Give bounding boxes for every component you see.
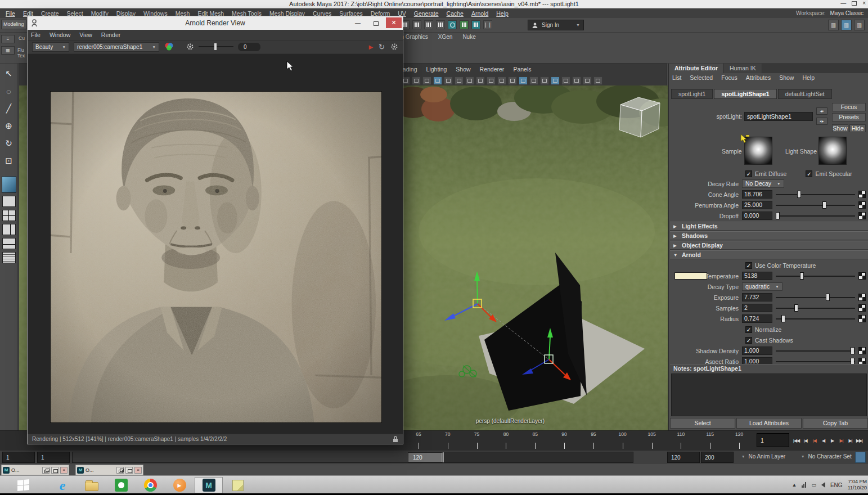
field-penumbra-angle[interactable]: 25.000 [742, 201, 772, 209]
refresh-icon[interactable]: ↻ [379, 43, 385, 51]
current-frame-field[interactable]: 1 [757, 433, 789, 447]
safe-title-icon[interactable] [497, 76, 506, 85]
slider-handle[interactable] [794, 304, 798, 312]
dropdown-decay-rate[interactable]: No Decay▼ [742, 179, 784, 188]
field-temperature[interactable]: 5138 [742, 272, 772, 280]
section-light-effects[interactable]: ▶Light Effects [670, 222, 868, 231]
viewport-menu-show[interactable]: Show [456, 66, 470, 73]
move-tool-icon[interactable]: ⊕ [2, 119, 16, 133]
restore-icon[interactable] [42, 467, 50, 474]
workspace-selector[interactable]: Maya Classic [830, 10, 863, 16]
texture-map-icon[interactable] [858, 294, 866, 301]
checkbox-emit-specular[interactable]: ✓ [806, 170, 812, 177]
ipr-render-icon[interactable] [412, 20, 421, 29]
texture-map-icon[interactable] [858, 315, 866, 322]
settings-gear-icon[interactable] [390, 43, 398, 51]
color-swatch[interactable] [674, 272, 707, 280]
play-backwards-button[interactable]: ◀ [819, 434, 827, 447]
menu-set-selector[interactable]: Modeling [1, 20, 27, 29]
four-pane-layout-icon[interactable] [2, 210, 16, 221]
channel-box-toggle-icon[interactable]: ▥ [854, 20, 865, 30]
select-tool-icon[interactable]: ↖ [2, 66, 16, 81]
timeline-tick-90[interactable]: 90 [550, 431, 579, 450]
ae-menu-attributes[interactable]: Attributes [746, 74, 771, 81]
rotate-tool-icon[interactable]: ↻ [2, 136, 16, 151]
shelf-menu-icon[interactable]: ≡ [1, 35, 15, 43]
viewport-shaded-icon[interactable] [422, 76, 431, 85]
debug-shading-gear-icon[interactable] [186, 43, 194, 51]
shelf-tab-nuke[interactable]: Nuke [462, 34, 475, 40]
slider-aspect-ratio[interactable] [776, 357, 855, 364]
minimized-window-2[interactable]: MO...× [75, 465, 143, 475]
slider-dropoff[interactable] [776, 212, 855, 220]
shelf-edit-icon[interactable]: ▦ [1, 46, 15, 55]
resolution-gate-icon[interactable] [455, 76, 464, 85]
hide-button[interactable]: Hide [849, 124, 866, 132]
animation-end-field[interactable]: 200 [701, 452, 734, 463]
viewport-wireframe-icon[interactable] [412, 76, 421, 85]
texture-map-icon[interactable] [858, 347, 866, 354]
rgb-channels-icon[interactable] [164, 42, 174, 51]
ssao-icon[interactable] [529, 76, 538, 85]
close-icon[interactable]: ✕ [386, 17, 402, 28]
viewport-menu-lighting[interactable]: Lighting [426, 66, 447, 73]
field-exposure[interactable]: 7.732 [742, 293, 772, 302]
taskbar-maya[interactable]: M [195, 477, 223, 493]
menu-cache[interactable]: Cache [443, 10, 467, 17]
timeline-tick-110[interactable]: 110 [666, 431, 695, 450]
gate-mask-icon[interactable] [465, 76, 474, 85]
restore-icon[interactable] [116, 467, 124, 474]
field-radius[interactable]: 0.724 [742, 314, 772, 323]
texture-map-icon[interactable] [858, 191, 866, 198]
timeline-tick-80[interactable]: 80 [491, 431, 520, 450]
paint-select-tool-icon[interactable]: ╱ [2, 101, 16, 116]
minimize-icon[interactable]: — [350, 17, 366, 28]
speaker-icon[interactable] [821, 482, 825, 488]
render-view-menu-view[interactable]: View [79, 32, 92, 38]
debug-slider[interactable] [199, 46, 233, 47]
slider-penumbra-angle[interactable] [776, 201, 855, 209]
shadows-icon[interactable] [519, 76, 528, 85]
go-to-end-button[interactable]: ▶▶| [855, 434, 863, 447]
debug-value-field[interactable]: 0 [238, 43, 260, 51]
camera-selector[interactable]: render005:cameraShape1 ▼ [74, 42, 159, 52]
checkbox-use-color-temperature[interactable]: ✓ [745, 262, 752, 269]
view-cube[interactable] [619, 97, 660, 137]
active-tool-thumbnail[interactable] [2, 176, 16, 193]
timeline-tick-65[interactable]: 65 [404, 431, 433, 450]
outliner-persp-layout-icon[interactable] [2, 252, 16, 263]
play-forwards-button[interactable]: ▶ [828, 434, 836, 447]
menu-file[interactable]: File [2, 10, 19, 17]
texture-map-icon[interactable] [858, 304, 866, 312]
taskbar-sticky-notes[interactable] [224, 477, 252, 493]
pause-icon[interactable]: ❘❘ [483, 20, 492, 29]
field-aspect-ratio[interactable]: 1.000 [742, 357, 772, 364]
minimized-window-1[interactable]: MO...× [1, 465, 69, 475]
field-chart-icon[interactable] [476, 76, 485, 85]
notes-field[interactable] [671, 374, 867, 416]
maximize-icon[interactable] [368, 17, 384, 28]
shelf-tab-xgen[interactable]: XGen [438, 34, 453, 40]
taskbar-clock[interactable]: 7:04 PM 11/10/20 [848, 479, 867, 491]
checkbox-cast-shadows[interactable]: ✓ [745, 337, 752, 344]
tab-attribute-editor[interactable]: Attribute Editor [669, 64, 724, 73]
field-dropoff[interactable]: 0.000 [742, 212, 772, 220]
load-attributes-button[interactable]: Load Attributes [736, 418, 802, 429]
safe-action-icon[interactable] [487, 76, 496, 85]
timeline-tick-95[interactable]: 95 [579, 431, 608, 450]
step-back-key-button[interactable]: |◀ [810, 434, 818, 447]
render-view-menu-file[interactable]: File [31, 32, 41, 38]
dropdown-decay-type[interactable]: quadratic▼ [742, 282, 782, 291]
node-tab-spotlight1[interactable]: spotLight1 [671, 89, 713, 99]
slider-handle[interactable] [800, 272, 804, 280]
playback-end-field[interactable]: 120 [667, 452, 700, 463]
timeline-tick-70[interactable]: 70 [433, 431, 462, 450]
light-shape-swatch[interactable] [818, 137, 847, 165]
render-view-titlebar[interactable]: Arnold Render View — ✕ [28, 16, 403, 30]
playback-start-field[interactable]: 1 [37, 452, 70, 463]
isolate-select-icon[interactable] [561, 76, 570, 85]
render-view-menu-render[interactable]: Render [101, 32, 120, 38]
ae-menu-selected[interactable]: Selected [690, 74, 713, 81]
checkbox-normalize[interactable]: ✓ [745, 326, 752, 333]
arnold-render-view-window[interactable]: Arnold Render View — ✕ FileWindowViewRen… [27, 16, 403, 444]
